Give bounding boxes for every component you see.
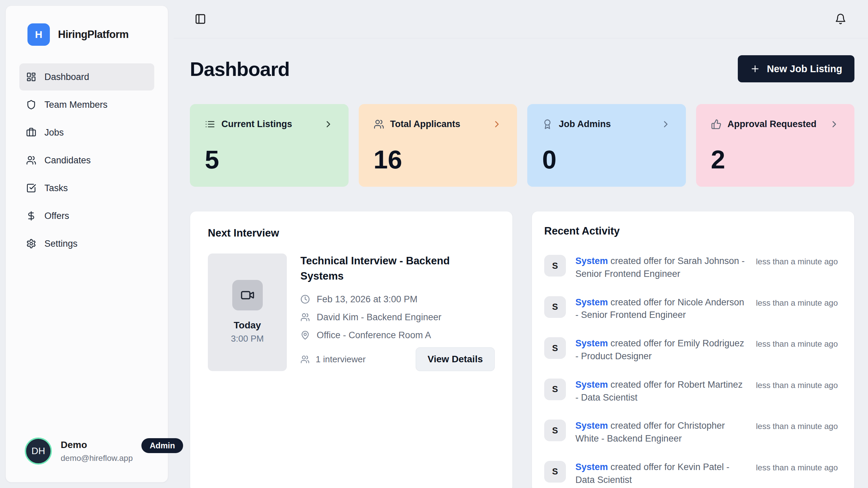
activity-text: System created offer for Sarah Johnson -…	[575, 255, 747, 281]
activity-avatar: S	[544, 296, 566, 318]
sidebar-item-tasks[interactable]: Tasks	[19, 175, 154, 202]
interviewer-count: 1 interviewer	[300, 354, 366, 365]
stat-card-job-admins[interactable]: Job Admins 0	[527, 104, 686, 187]
sidebar-nav: Dashboard Team Members Jobs Candidates T…	[6, 60, 168, 261]
activity-text: System created offer for Robert Martinez…	[575, 379, 747, 404]
stat-label: Current Listings	[221, 119, 292, 129]
video-icon	[240, 288, 255, 302]
app-logo: H HiringPlatform	[6, 6, 168, 60]
interview-location: Office - Conference Room A	[317, 330, 431, 341]
chevron-right-icon	[829, 119, 840, 129]
interview-body: Today 3:00 PM Technical Interview - Back…	[208, 253, 495, 371]
briefcase-icon	[26, 127, 36, 138]
activity-list: S System created offer for Sarah Johnson…	[544, 255, 838, 488]
recent-activity-title: Recent Activity	[544, 225, 838, 237]
activity-timestamp: less than a minute ago	[756, 379, 838, 390]
interview-details: Technical Interview - Backend Systems Fe…	[300, 253, 495, 371]
sidebar-item-label: Offers	[44, 211, 69, 221]
stat-value: 2	[711, 147, 840, 172]
activity-timestamp: less than a minute ago	[756, 255, 838, 266]
stat-label: Job Admins	[559, 119, 611, 129]
activity-actor-link[interactable]: System	[575, 256, 608, 266]
topbar	[174, 0, 868, 38]
stat-card-total-applicants[interactable]: Total Applicants 16	[359, 104, 517, 187]
user-email: demo@hireflow.app	[61, 453, 133, 463]
activity-text: System created offer for Emily Rodriguez…	[575, 337, 747, 363]
sidebar-item-label: Team Members	[44, 100, 107, 110]
sidebar-item-dashboard[interactable]: Dashboard	[19, 63, 154, 90]
interview-time: 3:00 PM	[231, 333, 264, 344]
video-icon-box	[232, 280, 263, 310]
interview-person: David Kim - Backend Engineer	[317, 312, 441, 323]
activity-text: System created offer for Christopher Whi…	[575, 420, 747, 445]
sidebar-item-settings[interactable]: Settings	[19, 230, 154, 257]
view-details-button[interactable]: View Details	[416, 347, 495, 371]
stat-card-current-listings[interactable]: Current Listings 5	[190, 104, 349, 187]
recent-activity-panel: Recent Activity S System created offer f…	[532, 211, 854, 488]
activity-actor-link[interactable]: System	[575, 297, 608, 307]
sidebar-toggle-icon[interactable]	[195, 13, 206, 25]
interview-footer: 1 interviewer View Details	[300, 347, 495, 371]
activity-actor-link[interactable]: System	[575, 338, 608, 348]
interview-meta: Feb 13, 2026 at 3:00 PM David Kim - Back…	[300, 294, 495, 341]
user-info: Demo demo@hireflow.app	[61, 440, 133, 463]
stat-value: 0	[542, 147, 671, 172]
dollar-sign-icon	[26, 211, 36, 221]
activity-actor-link[interactable]: System	[575, 462, 608, 472]
bell-icon[interactable]	[835, 13, 846, 25]
activity-text: System created offer for Nicole Anderson…	[575, 296, 747, 322]
thumbs-up-icon	[711, 119, 722, 129]
clock-icon	[300, 294, 310, 304]
users-icon	[300, 355, 310, 364]
plus-icon	[750, 64, 760, 74]
activity-timestamp: less than a minute ago	[756, 461, 838, 472]
stat-value: 5	[205, 147, 334, 172]
sidebar-item-label: Dashboard	[44, 72, 89, 82]
sidebar-item-label: Settings	[44, 239, 78, 249]
title-row: Dashboard New Job Listing	[190, 55, 854, 82]
users-icon	[374, 119, 384, 129]
new-job-listing-label: New Job Listing	[767, 63, 842, 75]
stat-label: Total Applicants	[390, 119, 460, 129]
activity-timestamp: less than a minute ago	[756, 296, 838, 308]
stat-card-approval-requested[interactable]: Approval Requested 2	[696, 104, 855, 187]
sidebar-item-label: Tasks	[44, 183, 68, 194]
sidebar-item-label: Jobs	[44, 127, 64, 138]
next-interview-title: Next Interview	[208, 227, 495, 239]
user-name: Demo	[61, 440, 133, 450]
app-name: HiringPlatform	[58, 28, 129, 41]
interview-title: Technical Interview - Backend Systems	[300, 253, 463, 284]
interviewer-count-label: 1 interviewer	[316, 354, 366, 365]
new-job-listing-button[interactable]: New Job Listing	[738, 55, 854, 82]
interview-datetime: Feb 13, 2026 at 3:00 PM	[317, 294, 417, 305]
activity-actor-link[interactable]: System	[575, 421, 608, 431]
activity-item: S System created offer for Emily Rodrigu…	[544, 337, 838, 363]
sidebar-item-jobs[interactable]: Jobs	[19, 119, 154, 146]
activity-avatar: S	[544, 255, 566, 277]
sidebar-spacer	[6, 261, 168, 424]
activity-item: S System created offer for Kevin Patel -…	[544, 461, 838, 487]
users-icon	[300, 312, 310, 322]
user-profile: DH Demo demo@hireflow.app Admin	[6, 424, 168, 482]
map-pin-icon	[300, 330, 310, 340]
activity-text: System created offer for Kevin Patel - D…	[575, 461, 747, 487]
app-logo-icon: H	[27, 23, 50, 46]
avatar: DH	[25, 438, 52, 465]
sidebar-item-team-members[interactable]: Team Members	[19, 91, 154, 118]
layout-dashboard-icon	[26, 72, 36, 82]
shield-icon	[26, 100, 36, 110]
activity-actor-link[interactable]: System	[575, 380, 608, 390]
sidebar-item-offers[interactable]: Offers	[19, 202, 154, 229]
interview-datetime-row: Feb 13, 2026 at 3:00 PM	[300, 294, 495, 305]
page-title: Dashboard	[190, 58, 290, 80]
next-interview-panel: Next Interview Today 3:00 PM Technical I…	[190, 211, 513, 488]
sidebar-item-label: Candidates	[44, 155, 91, 166]
main-area: Dashboard New Job Listing Current Listin…	[174, 0, 868, 488]
interview-location-row: Office - Conference Room A	[300, 330, 495, 341]
dashboard-content: Dashboard New Job Listing Current Listin…	[174, 38, 868, 488]
settings-icon	[26, 239, 36, 249]
activity-avatar: S	[544, 461, 566, 483]
sidebar-item-candidates[interactable]: Candidates	[19, 147, 154, 174]
activity-avatar: S	[544, 379, 566, 400]
chevron-right-icon	[492, 119, 502, 129]
